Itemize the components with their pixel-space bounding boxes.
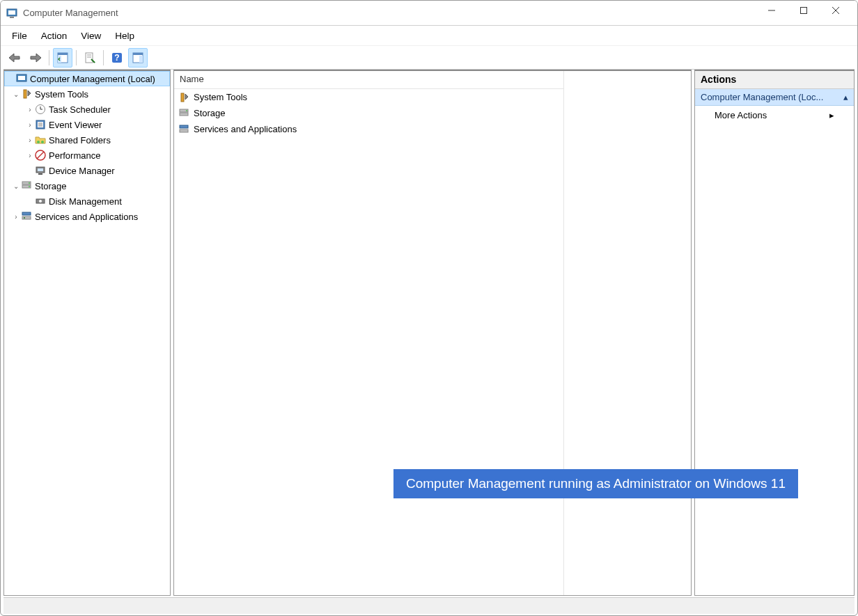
computer-management-icon: [16, 73, 27, 84]
chevron-right-icon[interactable]: ›: [25, 121, 35, 129]
svg-rect-35: [38, 173, 42, 175]
svg-rect-1: [8, 10, 15, 15]
help-button[interactable]: ?: [107, 48, 127, 68]
svg-rect-47: [180, 113, 188, 116]
svg-point-44: [24, 217, 25, 219]
svg-rect-4: [801, 7, 807, 13]
chevron-right-icon: ▸: [829, 110, 834, 120]
list-item-storage[interactable]: Storage: [174, 105, 563, 121]
toolbar: ?: [1, 45, 857, 69]
shared-folders-icon: [35, 134, 46, 145]
toolbar-separator: [49, 50, 49, 65]
show-hide-tree-button[interactable]: [53, 48, 72, 68]
menu-view[interactable]: View: [74, 29, 108, 43]
svg-point-38: [29, 182, 30, 184]
list-item-label: Storage: [194, 108, 226, 118]
svg-rect-2: [10, 17, 14, 18]
menubar: File Action View Help: [1, 26, 857, 45]
list-column-blank: [564, 71, 691, 595]
tree-item-device-manager[interactable]: Device Manager: [4, 163, 170, 178]
tree-label: Computer Management (Local): [30, 74, 155, 84]
actions-header: Actions: [695, 71, 854, 89]
actions-section[interactable]: Computer Management (Loc... ▴: [695, 89, 854, 106]
actions-more-actions[interactable]: More Actions ▸: [695, 106, 854, 125]
toolbar-separator: [103, 50, 104, 65]
list-item-label: Services and Applications: [194, 124, 297, 134]
tree-item-disk-management[interactable]: Disk Management: [4, 194, 170, 209]
actions-item-label: More Actions: [715, 110, 767, 120]
svg-rect-42: [22, 212, 31, 215]
minimize-button[interactable]: [756, 0, 788, 23]
chevron-right-icon[interactable]: ›: [25, 106, 35, 113]
chevron-down-icon[interactable]: ⌄: [11, 90, 21, 98]
list-panel: Name System Tools Storage Services and A…: [173, 70, 692, 596]
maximize-button[interactable]: [788, 0, 820, 23]
svg-point-41: [39, 200, 42, 203]
system-tools-icon: [178, 92, 189, 103]
caption-banner: Computer Management running as Administr…: [393, 469, 798, 498]
svg-rect-50: [180, 129, 188, 132]
back-button[interactable]: [5, 48, 24, 68]
performance-icon: [35, 150, 46, 161]
tree-item-event-viewer[interactable]: › Event Viewer: [4, 117, 170, 132]
close-button[interactable]: [820, 0, 852, 23]
properties-button[interactable]: [80, 48, 100, 68]
tree-item-shared-folders[interactable]: › Shared Folders: [4, 132, 170, 148]
svg-text:?: ?: [114, 53, 119, 63]
toolbar-separator: [76, 50, 77, 65]
chevron-down-icon[interactable]: ⌄: [11, 182, 21, 190]
chevron-right-icon[interactable]: ›: [25, 136, 35, 144]
svg-rect-34: [38, 168, 43, 171]
svg-rect-43: [22, 216, 31, 219]
svg-point-29: [37, 141, 40, 143]
tree-item-system-tools[interactable]: ⌄ System Tools: [4, 86, 170, 102]
collapse-icon: ▴: [843, 92, 848, 102]
list-column: Name System Tools Storage Services and A…: [174, 71, 564, 595]
svg-point-30: [41, 141, 44, 143]
menu-file[interactable]: File: [5, 29, 34, 43]
svg-rect-19: [18, 76, 25, 80]
tree-label: Event Viewer: [49, 120, 102, 130]
actions-panel: Actions Computer Management (Loc... ▴ Mo…: [694, 70, 855, 596]
device-manager-icon: [35, 165, 46, 176]
tree-root[interactable]: Computer Management (Local): [4, 71, 170, 86]
disk-management-icon: [35, 196, 46, 207]
app-icon: [6, 8, 17, 19]
svg-rect-17: [139, 56, 143, 63]
tree-panel: Computer Management (Local) ⌄ System Too…: [3, 70, 171, 596]
list-item-services-apps[interactable]: Services and Applications: [174, 121, 563, 137]
list-header-name[interactable]: Name: [174, 71, 563, 89]
svg-point-48: [186, 110, 187, 111]
chevron-right-icon[interactable]: ›: [11, 213, 21, 221]
tree-label: Disk Management: [49, 196, 122, 207]
tree-item-performance[interactable]: › Performance: [4, 148, 170, 163]
statusbar: [3, 597, 855, 614]
menu-help[interactable]: Help: [108, 29, 141, 43]
tree-label: Services and Applications: [35, 212, 138, 222]
forward-button[interactable]: [26, 48, 45, 68]
services-apps-icon: [178, 124, 189, 135]
services-apps-icon: [21, 211, 32, 222]
tree-item-storage[interactable]: ⌄ Storage: [4, 178, 170, 194]
tree-label: Performance: [49, 150, 100, 161]
window-title: Computer Management: [23, 8, 756, 18]
menu-action[interactable]: Action: [34, 29, 75, 43]
svg-rect-20: [24, 90, 26, 98]
show-hide-action-pane-button[interactable]: [128, 48, 148, 68]
clock-icon: [35, 104, 46, 115]
tree-item-task-scheduler[interactable]: › Task Scheduler: [4, 102, 170, 117]
tree-item-services-apps[interactable]: › Services and Applications: [4, 209, 170, 224]
storage-icon: [21, 180, 32, 191]
tree-label: System Tools: [35, 89, 88, 100]
window-controls: [756, 3, 852, 23]
svg-rect-10: [86, 53, 93, 63]
storage-icon: [178, 108, 189, 119]
svg-rect-49: [180, 125, 188, 128]
tree-label: Shared Folders: [49, 135, 111, 145]
tree-label: Storage: [35, 181, 67, 191]
tree-label: Task Scheduler: [49, 104, 111, 115]
main-content: Computer Management (Local) ⌄ System Too…: [3, 69, 855, 596]
list-item-system-tools[interactable]: System Tools: [174, 89, 563, 105]
actions-section-label: Computer Management (Loc...: [701, 92, 823, 102]
chevron-right-icon[interactable]: ›: [25, 152, 35, 159]
